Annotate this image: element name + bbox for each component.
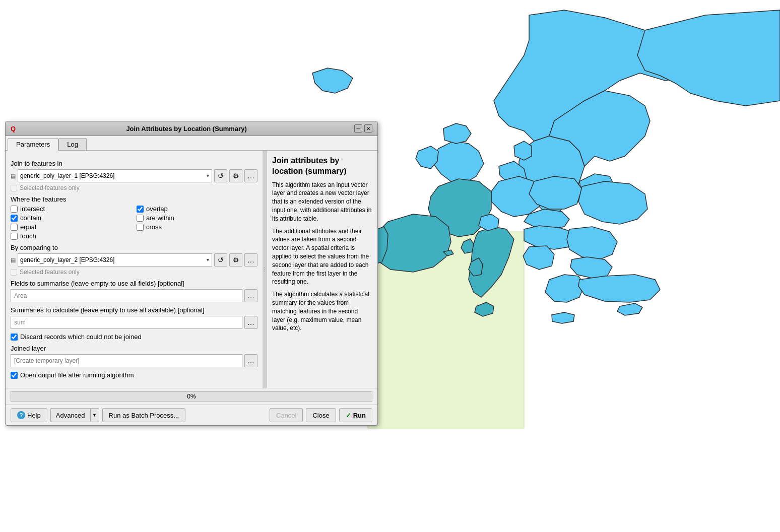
layer2-settings-btn[interactable]: ⚙ <box>229 253 242 267</box>
cross-checkbox[interactable] <box>137 224 144 231</box>
layer1-more-btn[interactable]: … <box>244 169 257 182</box>
layer2-icon: ▤ <box>11 257 16 263</box>
summaries-more-btn[interactable]: … <box>244 316 257 329</box>
predicate-overlap[interactable]: overlap <box>137 205 257 213</box>
advanced-btn-group: Advanced ▼ <box>50 408 99 422</box>
join-to-label: Join to features in <box>11 160 257 167</box>
fields-summarise-input[interactable] <box>11 289 242 302</box>
selected-features-only-2-row: Selected features only <box>11 269 257 276</box>
summaries-input[interactable] <box>11 316 242 329</box>
dialog-controls: ─ ✕ <box>354 124 372 132</box>
selected-features-only-1-label: Selected features only <box>20 184 80 191</box>
progress-area: 0% <box>6 388 377 405</box>
close-button[interactable]: ✕ <box>364 124 372 132</box>
help-para-3: The algorithm calculates a statistical s… <box>272 290 372 332</box>
help-icon: ? <box>17 411 25 419</box>
predicate-touch[interactable]: touch <box>11 232 132 240</box>
overlap-label: overlap <box>146 205 168 213</box>
cross-label: cross <box>146 223 162 231</box>
help-button[interactable]: ? Help <box>11 408 47 422</box>
help-para-1: This algorithm takes an input vector lay… <box>272 181 372 223</box>
discard-records-label[interactable]: Discard records which could not be joine… <box>11 333 257 341</box>
run-button[interactable]: ✓ Run <box>339 408 372 422</box>
joined-layer-more-btn[interactable]: … <box>244 354 257 367</box>
selected-features-only-1-checkbox[interactable] <box>11 185 17 191</box>
touch-label: touch <box>20 232 36 240</box>
joined-layer-label: Joined layer <box>11 345 257 352</box>
intersect-checkbox[interactable] <box>11 206 18 213</box>
layer1-select[interactable]: generic_poly_layer_1 [EPSG:4326] <box>18 169 212 182</box>
predicate-cross[interactable]: cross <box>137 223 257 231</box>
contain-checkbox[interactable] <box>11 215 18 222</box>
help-title: Join attributes by location (summary) <box>272 156 372 177</box>
help-button-label: Help <box>27 412 41 419</box>
predicate-are-within[interactable]: are within <box>137 214 257 222</box>
fields-summarise-label: Fields to summarise (leave empty to use … <box>11 280 257 287</box>
dialog: Q Join Attributes by Location (Summary) … <box>5 121 378 426</box>
tab-log[interactable]: Log <box>58 138 87 150</box>
layer1-select-wrapper: ▤ generic_poly_layer_1 [EPSG:4326] <box>11 169 212 182</box>
open-output-text: Open output file after running algorithm <box>20 371 134 379</box>
summaries-label: Summaries to calculate (leave empty to u… <box>11 306 257 314</box>
run-button-label: Run <box>353 412 366 419</box>
progress-label: 0% <box>187 393 196 400</box>
dialog-content: Join to features in ▤ generic_poly_layer… <box>6 151 377 388</box>
run-batch-button[interactable]: Run as Batch Process... <box>102 408 185 422</box>
dialog-title: Join Attributes by Location (Summary) <box>19 125 354 132</box>
intersect-label: intersect <box>20 205 45 213</box>
equal-label: equal <box>20 223 36 231</box>
are-within-checkbox[interactable] <box>137 215 144 222</box>
predicate-equal[interactable]: equal <box>11 223 132 231</box>
close-icon: ✕ <box>366 126 370 131</box>
minimize-icon: ─ <box>356 126 360 131</box>
tabs-bar: Parameters Log <box>6 136 377 151</box>
discard-records-row: Discard records which could not be joine… <box>11 333 257 341</box>
touch-checkbox[interactable] <box>11 233 18 240</box>
run-batch-button-label: Run as Batch Process... <box>109 412 179 419</box>
close-button-label: Close <box>312 412 329 419</box>
discard-records-text: Discard records which could not be joine… <box>20 333 142 341</box>
cancel-button[interactable]: Cancel <box>270 408 303 422</box>
layer2-refresh-btn[interactable]: ↺ <box>214 253 227 267</box>
help-panel: Join attributes by location (summary) Th… <box>267 151 377 388</box>
open-output-row: Open output file after running algorithm <box>11 371 257 379</box>
open-output-checkbox[interactable] <box>11 372 18 379</box>
layer1-row: ▤ generic_poly_layer_1 [EPSG:4326] ↺ ⚙ … <box>11 169 257 182</box>
params-panel: Join to features in ▤ generic_poly_layer… <box>6 151 263 388</box>
predicate-contain[interactable]: contain <box>11 214 132 222</box>
where-features-label: Where the features <box>11 195 257 203</box>
layer2-select-wrapper: ▤ generic_poly_layer_2 [EPSG:4326] <box>11 253 212 267</box>
help-para-2: The additional attributes and their valu… <box>272 227 372 287</box>
minimize-button[interactable]: ─ <box>354 124 362 132</box>
selected-features-only-2-checkbox[interactable] <box>11 269 17 276</box>
by-comparing-label: By comparing to <box>11 244 257 251</box>
qgis-logo-icon: Q <box>11 125 16 132</box>
equal-checkbox[interactable] <box>11 224 18 231</box>
dialog-titlebar: Q Join Attributes by Location (Summary) … <box>6 121 377 136</box>
overlap-checkbox[interactable] <box>137 206 144 213</box>
run-icon: ✓ <box>346 412 351 419</box>
advanced-button-label: Advanced <box>56 412 85 419</box>
layer2-select[interactable]: generic_poly_layer_2 [EPSG:4326] <box>18 253 212 267</box>
layer1-settings-btn[interactable]: ⚙ <box>229 169 242 182</box>
cancel-button-label: Cancel <box>276 412 296 419</box>
layer1-refresh-btn[interactable]: ↺ <box>214 169 227 182</box>
progress-bar: 0% <box>11 391 372 402</box>
advanced-dropdown-button[interactable]: ▼ <box>90 408 99 422</box>
advanced-dropdown-icon: ▼ <box>92 413 97 418</box>
fields-summarise-more-btn[interactable]: … <box>244 289 257 302</box>
are-within-label: are within <box>146 214 174 222</box>
advanced-button[interactable]: Advanced <box>50 408 90 422</box>
selected-features-only-1-row: Selected features only <box>11 184 257 191</box>
fields-summarise-row: … <box>11 289 257 302</box>
joined-layer-input[interactable] <box>11 354 242 367</box>
panel-divider[interactable]: ⋮ <box>263 151 267 388</box>
discard-records-checkbox[interactable] <box>11 334 18 341</box>
layer2-more-btn[interactable]: … <box>244 253 257 267</box>
open-output-label[interactable]: Open output file after running algorithm <box>11 371 257 379</box>
predicate-intersect[interactable]: intersect <box>11 205 132 213</box>
layer2-row: ▤ generic_poly_layer_2 [EPSG:4326] ↺ ⚙ … <box>11 253 257 267</box>
tab-parameters[interactable]: Parameters <box>8 138 58 151</box>
selected-features-only-2-label: Selected features only <box>20 269 80 276</box>
close-button-bottom[interactable]: Close <box>306 408 336 422</box>
